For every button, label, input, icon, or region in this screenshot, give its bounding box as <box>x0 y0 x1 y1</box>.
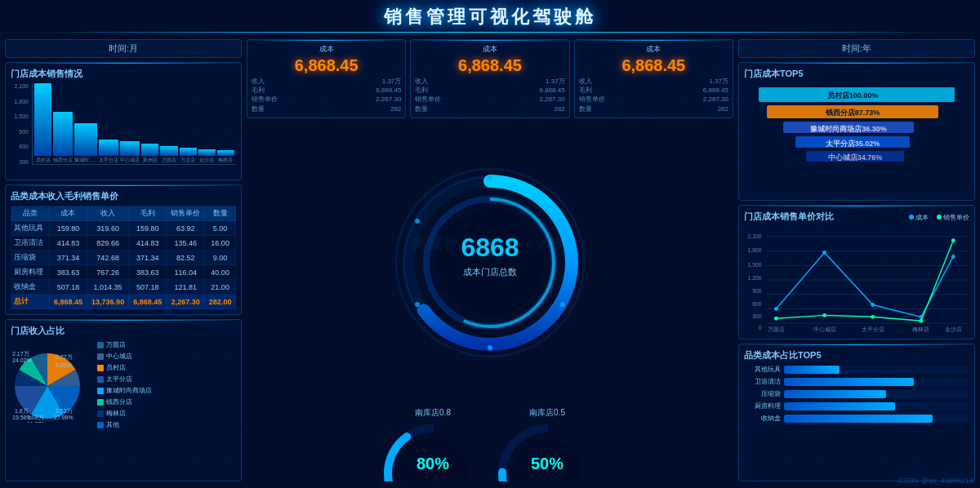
table-cell: 卫浴清洁 <box>11 236 50 251</box>
funnel-svg: 员村店100.00% 钱西分店87.73% 豫城时尚商场店36.30% 太平分店… <box>744 83 969 173</box>
hbar-wrap <box>784 415 969 423</box>
kpi-card-1: 成本 6,868.45 收入1.37万 毛利6,868.45 销售单价2,267… <box>247 39 406 118</box>
pie-legend-item: 豫城时尚商场店 <box>97 386 152 395</box>
svg-point-16 <box>437 210 543 316</box>
category-hbar-panel: 品类成本占比TOP5 其他玩具 卫浴清洁 压缩袋 厨房料理 收纳盒 <box>738 344 975 481</box>
pie-legend-item: 员村店 <box>97 363 152 372</box>
bar-group: 万圆店 <box>160 83 177 164</box>
svg-point-58 <box>774 307 778 311</box>
table-header-cell: 成本 <box>49 206 87 221</box>
table-cell: 40.00 <box>205 265 236 280</box>
hbar-wrap <box>784 366 969 374</box>
svg-text:1,200: 1,200 <box>747 275 761 281</box>
total-cell: 6,868.45 <box>129 295 167 309</box>
table-cell: 压缩袋 <box>11 251 50 265</box>
pie-legend-name: 豫城时尚商场店 <box>106 386 152 395</box>
hbar-wrap <box>784 378 969 386</box>
bar-label: 梅林店 <box>218 157 233 164</box>
table-cell: 9.00 <box>205 251 236 265</box>
table-cell: 414.83 <box>129 236 167 251</box>
svg-text:8.00%: 8.00% <box>56 362 72 368</box>
bar <box>74 123 97 156</box>
hbar-wrap <box>784 402 969 410</box>
table-row: 其他玩具159.80319.60159.8063.925.00 <box>11 221 236 236</box>
hbar-name: 其他玩具 <box>744 365 781 374</box>
hbar-fill <box>784 402 895 410</box>
pie-dot <box>97 422 104 428</box>
table-body: 其他玩具159.80319.60159.8063.925.00卫浴清洁414.8… <box>11 221 236 295</box>
table-cell: 159.80 <box>49 221 87 236</box>
pie-legend-name: 梅林店 <box>106 409 126 418</box>
table-cell: 1,014.35 <box>87 280 128 295</box>
store-line-chart-panel: 门店成本销售单价对比 成本 销售单价 2,100 1,800 1,500 1,2… <box>738 205 975 339</box>
table-header-row: 品类成本收入毛利销售单价数量 <box>11 206 236 221</box>
svg-point-64 <box>822 313 826 317</box>
svg-text:900: 900 <box>752 288 762 294</box>
time-filter-label: 时间:月 <box>109 43 138 53</box>
header-divider <box>33 32 947 33</box>
svg-text:梅林店: 梅林店 <box>911 326 929 332</box>
y-axis: 2,100 1,800 1,500 900 600 300 <box>11 83 30 165</box>
bar-label: 钱西分店 <box>53 157 73 164</box>
table-cell: 21.00 <box>205 280 236 295</box>
bar-label: 豫城时尚商场店 <box>74 157 97 164</box>
kpi-label-2: 成本 <box>415 44 564 55</box>
bar-label: 万圆店 <box>162 157 176 164</box>
table-cell: 135.46 <box>167 236 205 251</box>
kpi-value-2: 6,868.45 <box>415 56 564 75</box>
table-header-cell: 数量 <box>205 206 236 221</box>
pie-legend-name: 万圆店 <box>106 340 126 349</box>
table-cell: 414.83 <box>49 236 87 251</box>
pie-dot <box>97 410 104 417</box>
svg-text:2.52万: 2.52万 <box>56 408 73 414</box>
kpi-details-1: 收入1.37万 毛利6,868.45 销售单价2,267.30 数量282 <box>252 77 401 113</box>
bar-group: 中心城店 <box>120 83 140 164</box>
left-column: 时间:月 门店成本销售情况 2,100 1,800 1,500 900 600 … <box>5 39 242 481</box>
pie-dot <box>97 342 104 348</box>
pie-legend: 万圆店中心城店员村店太平分店豫城时尚商场店钱西分店梅林店其他 <box>97 340 152 432</box>
right-column: 时间:年 门店成本TOP5 员村店100.00% 钱西分店87.73% 豫城时尚… <box>738 39 975 481</box>
svg-point-59 <box>822 251 826 255</box>
bar-group: 太平分店 <box>99 83 118 164</box>
total-cell: 13,736.90 <box>87 295 128 309</box>
time-filter-left[interactable]: 时间:月 <box>5 39 242 58</box>
pie-legend-item: 钱西分店 <box>97 397 152 406</box>
table-cell: 121.81 <box>167 280 205 295</box>
top5-title: 门店成本TOP5 <box>744 68 969 80</box>
pie-legend-name: 钱西分店 <box>106 397 132 406</box>
kpi-label-1: 成本 <box>252 44 401 55</box>
table-cell: 159.80 <box>129 221 167 236</box>
table-cell: 63.92 <box>167 221 205 236</box>
time-filter-right[interactable]: 时间:年 <box>738 39 975 58</box>
pie-dot <box>97 376 104 383</box>
hbar-wrap <box>784 390 969 398</box>
bar-label: 员村店 <box>36 157 51 164</box>
svg-point-62 <box>951 255 956 259</box>
store-cost-bar-chart-panel: 门店成本销售情况 2,100 1,800 1,500 900 600 300 员… <box>5 62 242 180</box>
kpi-row: 成本 6,868.45 收入1.37万 毛利6,868.45 销售单价2,267… <box>247 39 733 118</box>
total-cell: 282.00 <box>205 295 236 309</box>
table-row: 厨房料理383.63767.26383.63116.0440.00 <box>11 265 236 280</box>
bar <box>120 141 140 156</box>
mini-gauge-label-2: 南库店0.5 <box>529 407 565 419</box>
total-cell: 总计 <box>11 295 50 309</box>
line-chart-svg: 2,100 1,800 1,500 1,200 900 600 300 0 <box>744 228 969 334</box>
table-cell: 5.00 <box>205 221 236 236</box>
svg-text:11.97%: 11.97% <box>27 421 47 423</box>
table-cell: 371.34 <box>129 251 167 265</box>
mini-gauge-1: 南库店0.8 80% <box>380 407 486 481</box>
svg-text:金沙店: 金沙店 <box>945 326 962 333</box>
pie-legend-item: 梅林店 <box>97 409 152 418</box>
svg-text:27.99%: 27.99% <box>54 415 74 420</box>
bottom-gauges: 南库店0.8 80% 南库店0.5 50% <box>247 407 733 481</box>
svg-text:豫城时尚商场店36.30%: 豫城时尚商场店36.30% <box>810 124 887 133</box>
table-title: 品类成本收入毛利销售单价 <box>11 190 236 202</box>
hbar-fill <box>784 366 840 374</box>
time-filter-right-label: 时间:年 <box>842 43 871 53</box>
hbar-fill <box>784 378 914 386</box>
pie-title: 门店收入占比 <box>11 325 236 337</box>
page-title: 销售管理可视化驾驶舱 <box>0 5 980 29</box>
svg-point-66 <box>919 319 923 323</box>
line-chart-title: 门店成本销售单价对比 <box>744 211 834 223</box>
pie-legend-item: 万圆店 <box>97 340 152 349</box>
